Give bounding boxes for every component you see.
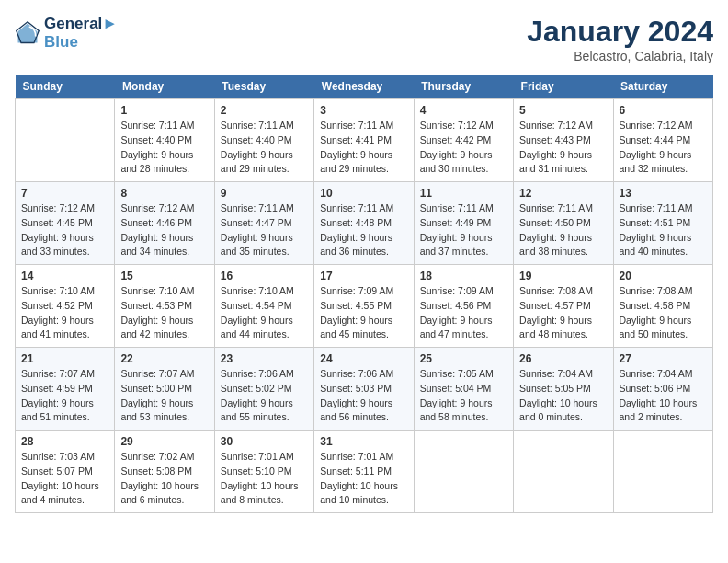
day-info-line: Sunset: 4:57 PM	[519, 300, 591, 311]
day-info-line: and 30 minutes.	[420, 163, 489, 174]
logo-icon	[15, 20, 40, 46]
weekday-header: Thursday	[414, 75, 513, 99]
weekday-header: Monday	[115, 75, 214, 99]
day-info: Sunrise: 7:11 AMSunset: 4:40 PMDaylight:…	[120, 119, 208, 177]
day-info-line: Sunrise: 7:12 AM	[519, 120, 593, 131]
day-info-line: Sunset: 5:00 PM	[120, 383, 192, 394]
day-info: Sunrise: 7:07 AMSunset: 5:00 PMDaylight:…	[120, 367, 208, 425]
month-title: January 2024	[527, 15, 713, 49]
day-number: 16	[221, 270, 308, 282]
day-info-line: Sunrise: 7:07 AM	[120, 368, 194, 379]
day-info-line: and 41 minutes.	[21, 328, 90, 339]
day-info: Sunrise: 7:06 AMSunset: 5:03 PMDaylight:…	[320, 367, 407, 425]
day-info-line: Sunrise: 7:12 AM	[420, 120, 494, 131]
day-info: Sunrise: 7:11 AMSunset: 4:50 PMDaylight:…	[519, 201, 607, 259]
day-info-line: Sunset: 4:49 PM	[420, 217, 492, 228]
day-number: 27	[620, 352, 707, 365]
calendar-cell	[613, 431, 712, 513]
day-number: 2	[221, 104, 308, 117]
day-info-line: Sunrise: 7:11 AM	[120, 120, 194, 131]
calendar-cell: 16Sunrise: 7:10 AMSunset: 4:54 PMDayligh…	[214, 265, 313, 348]
day-info-line: Sunset: 5:04 PM	[420, 383, 492, 394]
day-number: 3	[320, 104, 407, 117]
calendar-cell: 8Sunrise: 7:12 AMSunset: 4:46 PMDaylight…	[115, 182, 214, 265]
day-info-line: Daylight: 9 hours	[221, 397, 293, 408]
day-info-line: and 38 minutes.	[519, 246, 588, 257]
day-info-line: Daylight: 9 hours	[221, 232, 293, 243]
day-number: 19	[519, 270, 607, 282]
day-info-line: Sunrise: 7:11 AM	[519, 202, 593, 213]
day-info: Sunrise: 7:01 AMSunset: 5:10 PMDaylight:…	[221, 450, 308, 508]
calendar-cell: 5Sunrise: 7:12 AMSunset: 4:43 PMDaylight…	[514, 99, 613, 182]
day-info-line: Daylight: 9 hours	[120, 397, 193, 408]
logo: General► Blue	[15, 15, 118, 52]
day-number: 15	[120, 270, 208, 282]
day-number: 29	[120, 435, 208, 448]
day-info-line: and 47 minutes.	[420, 328, 489, 339]
day-info-line: and 55 minutes.	[221, 411, 290, 422]
calendar-cell	[514, 431, 613, 513]
day-info-line: and 42 minutes.	[120, 328, 189, 339]
weekday-header: Saturday	[613, 75, 712, 99]
weekday-header: Sunday	[16, 75, 115, 99]
day-info: Sunrise: 7:11 AMSunset: 4:51 PMDaylight:…	[620, 201, 707, 259]
day-info: Sunrise: 7:10 AMSunset: 4:54 PMDaylight:…	[221, 284, 308, 342]
day-info-line: Sunrise: 7:12 AM	[620, 120, 693, 131]
day-info: Sunrise: 7:05 AMSunset: 5:04 PMDaylight:…	[420, 367, 507, 425]
day-info: Sunrise: 7:12 AMSunset: 4:43 PMDaylight:…	[519, 119, 607, 177]
day-info-line: Sunset: 4:41 PM	[320, 134, 392, 145]
calendar-cell: 7Sunrise: 7:12 AMSunset: 4:45 PMDaylight…	[16, 182, 115, 265]
day-info-line: Sunrise: 7:06 AM	[221, 368, 294, 379]
day-info-line: Sunset: 5:05 PM	[519, 383, 591, 394]
day-info-line: Sunrise: 7:06 AM	[320, 368, 393, 379]
day-info-line: Sunset: 4:48 PM	[320, 217, 392, 228]
page-header: General► Blue January 2024 Belcastro, Ca…	[15, 15, 713, 63]
day-info-line: Sunset: 4:59 PM	[21, 383, 93, 394]
day-info: Sunrise: 7:11 AMSunset: 4:48 PMDaylight:…	[320, 201, 407, 259]
day-info-line: and 29 minutes.	[221, 163, 290, 174]
day-info-line: and 2 minutes.	[620, 411, 683, 422]
calendar-week-row: 1Sunrise: 7:11 AMSunset: 4:40 PMDaylight…	[16, 99, 713, 182]
calendar-cell: 23Sunrise: 7:06 AMSunset: 5:02 PMDayligh…	[214, 348, 313, 431]
calendar-cell: 20Sunrise: 7:08 AMSunset: 4:58 PMDayligh…	[613, 265, 712, 348]
day-info-line: Sunset: 5:03 PM	[320, 383, 392, 394]
day-info-line: and 35 minutes.	[221, 246, 290, 257]
day-number: 5	[519, 104, 607, 117]
calendar-cell: 14Sunrise: 7:10 AMSunset: 4:52 PMDayligh…	[16, 265, 115, 348]
calendar-cell: 9Sunrise: 7:11 AMSunset: 4:47 PMDaylight…	[214, 182, 313, 265]
logo-text: General► Blue	[44, 15, 118, 52]
calendar-cell: 15Sunrise: 7:10 AMSunset: 4:53 PMDayligh…	[115, 265, 214, 348]
day-info-line: Sunset: 4:43 PM	[519, 134, 591, 145]
weekday-header: Friday	[514, 75, 613, 99]
day-info-line: Daylight: 9 hours	[620, 232, 692, 243]
day-number: 22	[120, 352, 208, 365]
calendar-cell: 25Sunrise: 7:05 AMSunset: 5:04 PMDayligh…	[414, 348, 513, 431]
day-info-line: Daylight: 9 hours	[420, 149, 493, 160]
day-info-line: Sunrise: 7:07 AM	[21, 368, 95, 379]
day-info: Sunrise: 7:11 AMSunset: 4:49 PMDaylight:…	[420, 201, 507, 259]
day-info-line: Daylight: 9 hours	[420, 232, 493, 243]
day-info-line: Sunset: 4:55 PM	[320, 300, 392, 311]
calendar-cell: 3Sunrise: 7:11 AMSunset: 4:41 PMDaylight…	[314, 99, 414, 182]
day-info-line: Sunset: 4:46 PM	[120, 217, 192, 228]
day-info-line: Sunset: 5:11 PM	[320, 465, 392, 477]
day-info-line: Sunset: 4:52 PM	[21, 300, 93, 311]
weekday-header: Tuesday	[214, 75, 313, 99]
day-info: Sunrise: 7:08 AMSunset: 4:57 PMDaylight:…	[519, 284, 607, 342]
day-info-line: Daylight: 9 hours	[221, 315, 293, 326]
day-info-line: Daylight: 9 hours	[320, 315, 392, 326]
day-number: 8	[120, 187, 208, 200]
day-info-line: Sunrise: 7:04 AM	[620, 368, 693, 379]
day-info-line: Sunset: 4:56 PM	[420, 300, 492, 311]
day-info-line: and 8 minutes.	[221, 494, 284, 505]
day-info: Sunrise: 7:07 AMSunset: 4:59 PMDaylight:…	[21, 367, 108, 425]
day-number: 13	[620, 187, 707, 200]
day-info-line: Sunrise: 7:04 AM	[519, 368, 593, 379]
day-number: 25	[420, 352, 507, 365]
day-number: 21	[21, 352, 108, 365]
day-info-line: Daylight: 9 hours	[320, 149, 392, 160]
day-info-line: Sunrise: 7:09 AM	[320, 285, 393, 296]
day-info-line: and 48 minutes.	[519, 328, 588, 339]
day-info-line: Sunrise: 7:11 AM	[420, 202, 494, 213]
day-info-line: Daylight: 9 hours	[420, 315, 493, 326]
